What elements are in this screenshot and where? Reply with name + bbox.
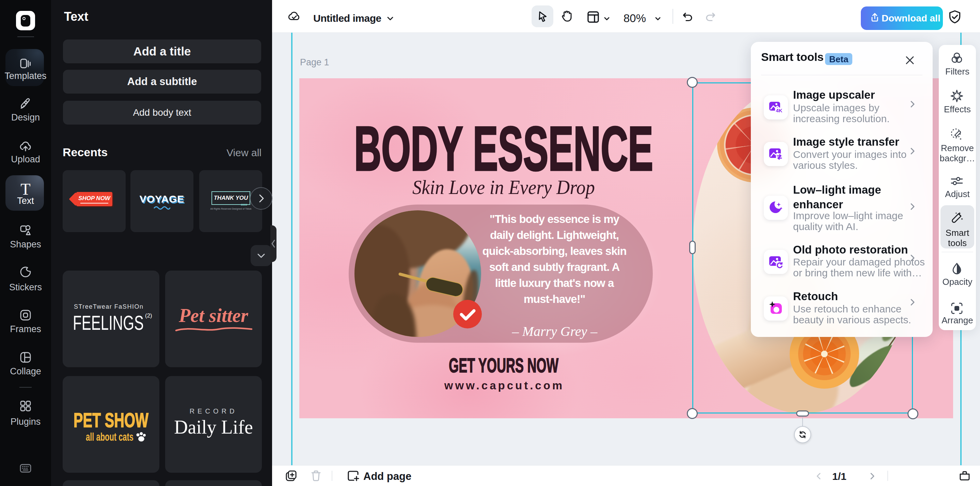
- svg-text:GET YOURS NOW: GET YOURS NOW: [449, 354, 558, 377]
- svg-text:all about cats: all about cats: [86, 430, 134, 443]
- svg-text:PET SHOW: PET SHOW: [73, 409, 148, 432]
- svg-text:(2): (2): [145, 313, 152, 319]
- svg-text:Skin Love in Every Drop: Skin Love in Every Drop: [412, 176, 595, 199]
- svg-text:FEELINGS: FEELINGS: [73, 311, 144, 334]
- svg-text:BODY ESSENCE: BODY ESSENCE: [354, 118, 653, 176]
- svg-text:4K: 4K: [776, 108, 782, 113]
